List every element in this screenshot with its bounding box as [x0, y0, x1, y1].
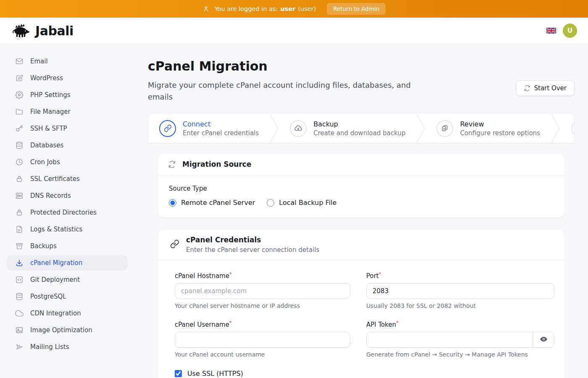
step-restore[interactable]: Restore Migration progress	[560, 120, 575, 137]
language-flag-icon[interactable]	[546, 27, 556, 34]
file-text-icon	[15, 225, 24, 234]
wizard-steps: Connect Enter cPanel credentials Backup …	[148, 113, 575, 144]
archive-icon	[15, 242, 24, 250]
toggle-token-visibility-button[interactable]	[533, 332, 554, 348]
server-icon	[15, 192, 24, 200]
local-backup-radio[interactable]	[267, 199, 274, 207]
sidebar-item-postgresql[interactable]: PostgreSQL	[7, 289, 128, 304]
username-label: cPanel Username*	[175, 320, 350, 328]
required-mark: *	[229, 320, 232, 326]
sidebar-item-cron-jobs[interactable]: Cron Jobs	[7, 155, 128, 170]
sidebar-item-protected-directories[interactable]: Protected Directories	[7, 205, 128, 220]
folder-icon	[15, 108, 24, 116]
use-ssl-label: Use SSL (HTTPS)	[187, 370, 243, 378]
step-title: Backup	[313, 120, 405, 128]
page-title: cPanel Migration	[148, 59, 575, 74]
clipboard-check-icon	[436, 120, 453, 137]
return-to-admin-button[interactable]: Return to Admin	[327, 3, 386, 15]
cloud-icon	[15, 309, 24, 318]
brand-name: Jabali	[35, 24, 74, 38]
sidebar-item-ssh-sftp[interactable]: SSH & SFTP	[7, 121, 128, 136]
sidebar-item-php-settings[interactable]: PHP Settings	[7, 87, 128, 102]
sidebar-item-label: Protected Directories	[30, 209, 97, 216]
step-title: Connect	[183, 120, 259, 128]
sidebar-item-label: Cron Jobs	[30, 158, 60, 166]
sidebar-item-email[interactable]: Email	[7, 54, 128, 69]
radio-remote-cpanel-server[interactable]: Remote cPanel Server	[169, 199, 255, 207]
sidebar-item-cpanel-migration[interactable]: cPanel Migration	[7, 255, 128, 270]
sidebar-item-label: Git Deployment	[30, 276, 80, 284]
sidebar-item-image-optimization[interactable]: Image Optimization	[7, 323, 128, 338]
sidebar-item-file-manager[interactable]: File Manager	[7, 104, 128, 119]
hostname-helper: Your cPanel server hostname or IP addres…	[175, 302, 350, 309]
sidebar-item-mailing-lists[interactable]: Mailing Lists	[7, 339, 128, 354]
eye-icon	[539, 335, 548, 345]
send-icon	[15, 343, 24, 351]
lock-icon	[15, 208, 24, 217]
step-review[interactable]: Review Configure restore options	[425, 120, 551, 137]
sidebar-item-dns-records[interactable]: DNS Records	[7, 188, 128, 203]
refresh-icon	[168, 160, 176, 168]
port-field: Port* Usually 2083 for SSL or 2082 witho…	[366, 271, 554, 309]
sidebar-item-git-deployment[interactable]: Git Deployment	[7, 272, 128, 287]
sidebar-item-logs-statistics[interactable]: Logs & Statistics	[7, 222, 128, 237]
sidebar-item-label: SSL Certificates	[30, 175, 80, 183]
step-subtitle: Enter cPanel credentials	[183, 129, 259, 137]
required-mark: *	[396, 320, 399, 326]
user-avatar[interactable]: U	[563, 24, 577, 38]
step-separator	[416, 113, 425, 144]
step-title: Review	[460, 120, 540, 128]
sidebar-item-backups[interactable]: Backups	[7, 239, 128, 254]
use-ssl-option[interactable]: Use SSL (HTTPS)	[175, 370, 554, 378]
sidebar-item-label: PostgreSQL	[30, 293, 66, 300]
sidebar-item-label: Logs & Statistics	[30, 226, 82, 233]
username-helper: Your cPanel account username	[175, 351, 350, 358]
person-icon	[202, 5, 210, 13]
card-title: cPanel Credentials	[186, 236, 320, 244]
link-icon	[170, 239, 179, 250]
mail-icon	[15, 57, 24, 66]
card-subtitle: Enter the cPanel server connection detai…	[186, 246, 320, 254]
cloud-download-icon	[290, 120, 307, 137]
username-field: cPanel Username* Your cPanel account use…	[175, 320, 350, 358]
link-icon	[159, 120, 176, 137]
radio-label: Local Backup File	[279, 199, 336, 207]
migration-source-card: Migration Source Source Type Remote cPan…	[158, 153, 565, 218]
step-backup[interactable]: Backup Create and download backup	[279, 120, 416, 137]
required-mark: *	[379, 271, 381, 277]
start-over-button[interactable]: Start Over	[516, 80, 575, 96]
logged-in-role: (user)	[298, 5, 316, 12]
use-ssl-checkbox[interactable]	[175, 370, 182, 377]
api-token-field: API Token* Generate from cPanel → Securi…	[366, 320, 554, 358]
radio-local-backup-file[interactable]: Local Backup File	[267, 199, 336, 207]
step-connect[interactable]: Connect Enter cPanel credentials	[148, 120, 270, 137]
logged-in-prefix: You are logged in as:	[215, 5, 278, 12]
sidebar-item-label: File Manager	[30, 108, 71, 116]
hostname-field: cPanel Hostname* Your cPanel server host…	[175, 271, 350, 309]
step-subtitle: Create and download backup	[313, 129, 405, 137]
sidebar-item-ssl-certificates[interactable]: SSL Certificates	[7, 171, 128, 186]
sidebar-item-databases[interactable]: Databases	[7, 138, 128, 153]
sidebar-item-label: WordPress	[30, 74, 63, 82]
username-input[interactable]	[175, 332, 350, 348]
database-icon	[15, 292, 24, 301]
sidebar-item-cdn-integration[interactable]: CDN Integration	[7, 306, 128, 321]
port-input[interactable]	[366, 283, 554, 299]
api-token-label: API Token*	[366, 320, 554, 328]
sidebar-item-label: DNS Records	[30, 192, 71, 200]
edit-icon	[15, 74, 24, 82]
logged-in-username: user	[280, 5, 295, 12]
key-icon	[15, 124, 24, 133]
start-over-label: Start Over	[534, 84, 567, 92]
hostname-input[interactable]	[175, 283, 350, 299]
sidebar-item-label: Email	[30, 58, 48, 65]
sidebar-item-wordpress[interactable]: WordPress	[7, 71, 128, 86]
page-subtitle: Migrate your complete cPanel account inc…	[148, 79, 417, 103]
remote-server-radio[interactable]	[169, 199, 176, 207]
port-label: Port*	[366, 271, 554, 280]
database-icon	[15, 141, 24, 150]
api-token-input[interactable]	[366, 332, 533, 348]
required-mark: *	[229, 271, 232, 277]
radio-label: Remote cPanel Server	[181, 199, 255, 207]
refresh-icon	[524, 85, 530, 92]
